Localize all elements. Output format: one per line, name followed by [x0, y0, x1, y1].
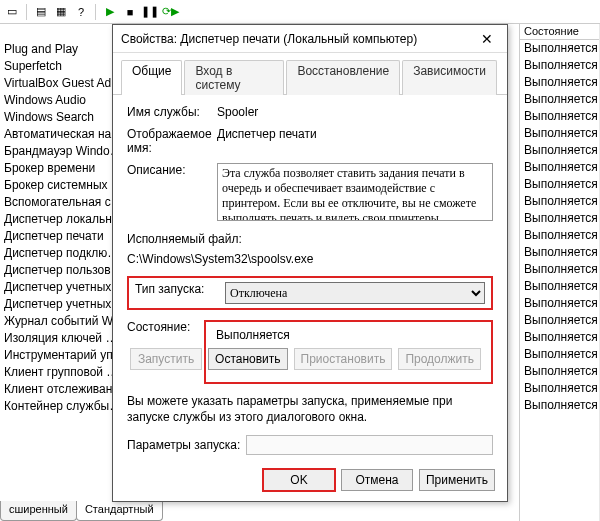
state-column-header[interactable]: Состояние — [520, 24, 599, 40]
state-cell: Выполняется — [520, 142, 599, 159]
tab-standard[interactable]: Стандартный — [76, 501, 163, 521]
state-cell: Выполняется — [520, 57, 599, 74]
play-icon[interactable]: ▶ — [102, 4, 118, 20]
restart-icon[interactable]: ⟳▶ — [162, 4, 178, 20]
props-icon[interactable]: ▤ — [33, 4, 49, 20]
resume-button: Продолжить — [398, 348, 481, 370]
ok-button[interactable]: OK — [263, 469, 335, 491]
state-cell: Выполняется — [520, 74, 599, 91]
start-button: Запустить — [130, 348, 202, 370]
label-service-name: Имя службы: — [127, 105, 217, 119]
dialog-tabstrip[interactable]: Общие Вход в систему Восстановление Зави… — [113, 53, 507, 95]
launch-params-input — [246, 435, 493, 455]
dialog-titlebar[interactable]: Свойства: Диспетчер печати (Локальный ко… — [113, 25, 507, 53]
state-column: СостояниеВыполняетсяВыполняетсяВыполняет… — [520, 24, 600, 521]
value-display-name: Диспетчер печати — [217, 127, 493, 155]
view-tabs[interactable]: сширенный Стандартный — [0, 501, 162, 521]
tab-dependencies[interactable]: Зависимости — [402, 60, 497, 95]
state-cell: Выполняется — [520, 176, 599, 193]
pause-icon[interactable]: ❚❚ — [142, 4, 158, 20]
label-startup-type: Тип запуска: — [135, 282, 225, 304]
state-cell: Выполняется — [520, 278, 599, 295]
state-cell: Выполняется — [520, 125, 599, 142]
export-icon[interactable]: ▦ — [53, 4, 69, 20]
help-icon[interactable]: ? — [73, 4, 89, 20]
label-launch-params: Параметры запуска: — [127, 438, 240, 452]
state-cell: Выполняется — [520, 380, 599, 397]
state-cell: Выполняется — [520, 227, 599, 244]
state-cell: Выполняется — [520, 312, 599, 329]
state-cell: Выполняется — [520, 40, 599, 57]
value-exec-file: C:\Windows\System32\spoolsv.exe — [127, 252, 493, 266]
state-cell: Выполняется — [520, 346, 599, 363]
service-properties-dialog: Свойства: Диспетчер печати (Локальный ко… — [112, 24, 508, 502]
state-cell: Выполняется — [520, 108, 599, 125]
state-cell: Выполняется — [520, 210, 599, 227]
tab-recovery[interactable]: Восстановление — [286, 60, 400, 95]
main-toolbar: ▭ ▤ ▦ ? ▶ ■ ❚❚ ⟳▶ — [0, 0, 600, 24]
state-cell: Выполняется — [520, 397, 599, 414]
state-cell: Выполняется — [520, 329, 599, 346]
state-cell: Выполняется — [520, 295, 599, 312]
tab-general[interactable]: Общие — [121, 60, 182, 95]
label-exec-file: Исполняемый файл: — [127, 232, 493, 246]
label-display-name: Отображаемое имя: — [127, 127, 217, 155]
startup-type-highlight: Тип запуска: Отключена — [127, 276, 493, 310]
stop-icon[interactable]: ■ — [122, 4, 138, 20]
close-icon[interactable]: ✕ — [475, 31, 499, 47]
state-cell: Выполняется — [520, 159, 599, 176]
sheet-icon[interactable]: ▭ — [4, 4, 20, 20]
startup-type-select[interactable]: Отключена — [225, 282, 485, 304]
label-status: Состояние: — [127, 320, 204, 334]
state-cell: Выполняется — [520, 193, 599, 210]
value-status: Выполняется — [216, 328, 481, 342]
divider — [95, 4, 96, 20]
description-textarea[interactable]: Эта служба позволяет ставить задания печ… — [217, 163, 493, 221]
cancel-button[interactable]: Отмена — [341, 469, 413, 491]
divider — [26, 4, 27, 20]
state-cell: Выполняется — [520, 261, 599, 278]
state-cell: Выполняется — [520, 91, 599, 108]
state-cell: Выполняется — [520, 244, 599, 261]
params-hint: Вы можете указать параметры запуска, при… — [127, 394, 493, 425]
tab-logon[interactable]: Вход в систему — [184, 60, 284, 95]
stop-button[interactable]: Остановить — [208, 348, 288, 370]
tab-extended[interactable]: сширенный — [0, 501, 77, 521]
state-cell: Выполняется — [520, 363, 599, 380]
value-service-name: Spooler — [217, 105, 493, 119]
dialog-title: Свойства: Диспетчер печати (Локальный ко… — [121, 32, 475, 46]
pause-button: Приостановить — [294, 348, 393, 370]
apply-button[interactable]: Применить — [419, 469, 495, 491]
label-description: Описание: — [127, 163, 217, 224]
